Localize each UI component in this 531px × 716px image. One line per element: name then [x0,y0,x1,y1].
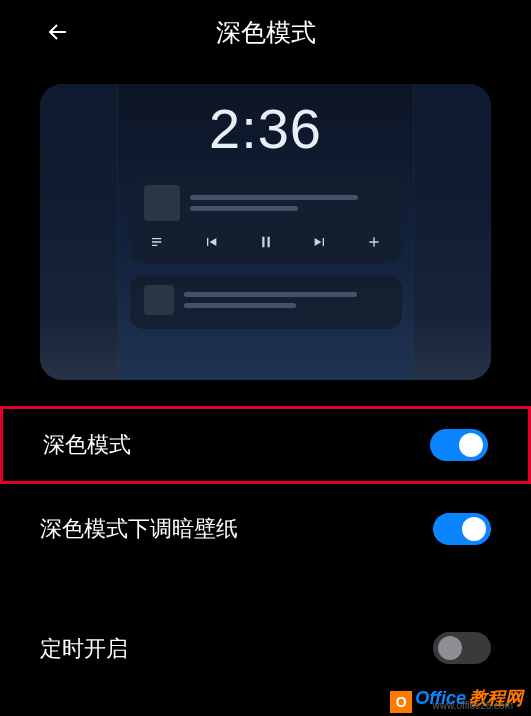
row-label: 定时开启 [40,634,128,664]
preview-notification [130,275,402,329]
preview-side-left [40,84,118,380]
placeholder-line [190,195,358,200]
preview-notification-media [130,175,402,263]
row-dark-mode[interactable]: 深色模式 [0,406,531,484]
preview-side-right [413,84,491,380]
preview-card: 2:36 [40,84,491,380]
preview-inner: 2:36 [118,84,413,380]
settings-list: 深色模式 深色模式下调暗壁纸 定时开启 [0,406,531,668]
plus-icon [366,234,382,254]
row-schedule[interactable]: 定时开启 [0,608,531,668]
toggle-dim-wallpaper[interactable] [433,513,491,545]
back-button[interactable] [44,18,72,46]
watermark-logo-icon: O [390,691,412,713]
queue-icon [150,234,166,254]
prev-track-icon [203,234,219,254]
page-title: 深色模式 [0,16,531,49]
next-track-icon [312,234,328,254]
toggle-schedule[interactable] [433,632,491,664]
watermark: O Office教程网 www.office26.com [390,686,523,710]
placeholder-line [184,292,357,297]
watermark-url: www.office26.com [433,700,513,711]
media-thumbnail [144,185,180,221]
row-label: 深色模式 [43,430,131,460]
placeholder-line [184,303,296,308]
arrow-left-icon [46,20,70,44]
preview-clock: 2:36 [209,96,322,161]
pause-icon [257,233,275,255]
row-label: 深色模式下调暗壁纸 [40,514,238,544]
row-dim-wallpaper[interactable]: 深色模式下调暗壁纸 [0,490,531,568]
notification-thumbnail [144,285,174,315]
placeholder-line [190,206,299,211]
toggle-dark-mode[interactable] [430,429,488,461]
